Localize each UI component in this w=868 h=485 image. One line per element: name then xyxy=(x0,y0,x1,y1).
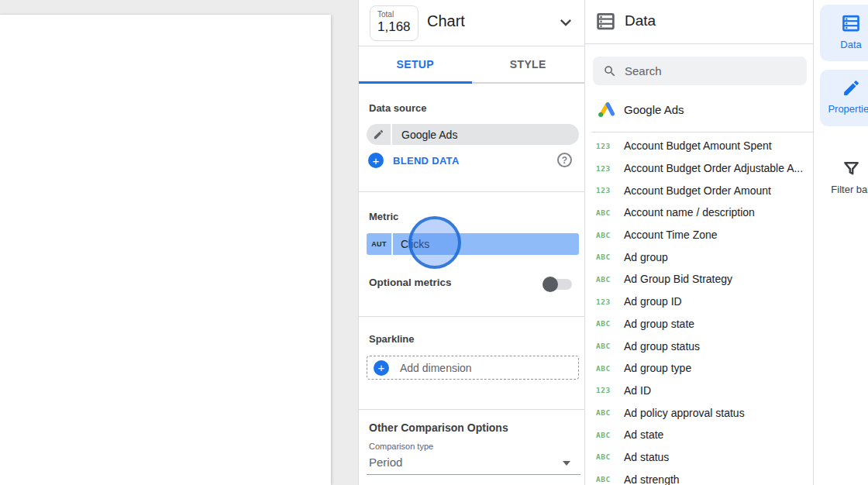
search-input[interactable] xyxy=(625,64,795,77)
looker-studio-editor: Total 1,168 Chart SETUP STYLE Data sourc… xyxy=(0,0,868,485)
data-panel-header: Data xyxy=(585,0,813,44)
blend-data-label: BLEND DATA xyxy=(393,155,460,167)
plus-icon: + xyxy=(368,153,384,168)
report-canvas[interactable] xyxy=(0,0,358,485)
field-row[interactable]: ABC Account name / description xyxy=(585,201,813,224)
sparkline-section-label: Sparkline xyxy=(369,333,415,345)
field-row[interactable]: ABC Ad policy approval status xyxy=(585,401,813,424)
field-name: Ad group ID xyxy=(624,295,682,308)
optional-metrics-toggle[interactable] xyxy=(542,277,574,292)
chart-selector-header[interactable]: Total 1,168 Chart xyxy=(359,0,584,46)
field-type-badge: 123 xyxy=(596,164,619,173)
table-rows-icon xyxy=(595,11,616,35)
active-tab-underline xyxy=(359,81,472,84)
data-source-name: Google Ads xyxy=(392,129,457,141)
field-row[interactable]: ABC Ad group xyxy=(585,246,813,268)
rail-properties-button[interactable]: Properties xyxy=(820,70,868,126)
add-dimension-dropzone[interactable]: + Add dimension xyxy=(367,356,579,380)
field-name: Ad policy approval status xyxy=(624,407,745,419)
field-row[interactable]: 123 Ad ID xyxy=(585,380,813,402)
chart-type-title: Chart xyxy=(427,12,465,30)
field-row[interactable]: ABC Ad group type xyxy=(585,357,813,380)
field-row[interactable]: ABC Ad Group Bid Strategy xyxy=(585,268,813,291)
field-name: Ad group state xyxy=(624,318,694,330)
rail-filter-bar-button[interactable]: Filter bar xyxy=(820,150,868,207)
total-label: Total xyxy=(377,10,418,19)
field-type-badge: ABC xyxy=(596,364,619,373)
field-name: Ad status xyxy=(624,451,669,463)
chevron-down-icon[interactable] xyxy=(555,12,577,33)
field-type-badge: 123 xyxy=(596,298,619,306)
field-row[interactable]: ABC Ad group status xyxy=(585,335,813,357)
field-type-badge: ABC xyxy=(596,408,619,417)
field-row[interactable]: ABC Ad strength xyxy=(585,468,813,485)
add-dimension-label: Add dimension xyxy=(400,362,472,374)
field-type-badge: ABC xyxy=(596,275,619,284)
data-panel-title: Data xyxy=(625,12,656,29)
comparison-type-select[interactable]: Period xyxy=(369,456,577,473)
tab-setup[interactable]: SETUP xyxy=(359,46,472,82)
field-name: Ad group type xyxy=(624,362,691,374)
chart-properties-panel: Total 1,168 Chart SETUP STYLE Data sourc… xyxy=(358,0,585,485)
list-divider xyxy=(591,132,814,132)
field-name: Ad Group Bid Strategy xyxy=(624,273,732,285)
field-type-badge: ABC xyxy=(596,231,619,239)
field-name: Ad group status xyxy=(624,340,700,353)
field-row[interactable]: ABC Ad state xyxy=(585,424,813,446)
help-icon[interactable]: ? xyxy=(557,153,572,167)
metric-section-label: Metric xyxy=(369,211,398,222)
dropdown-arrow-icon xyxy=(563,461,570,466)
field-type-badge: 123 xyxy=(596,142,619,150)
data-source-chip[interactable]: Google Ads xyxy=(367,124,579,145)
field-type-badge: ABC xyxy=(596,475,619,483)
field-row[interactable]: 123 Account Budget Order Adjustable A... xyxy=(585,157,813,180)
field-list: 123 Account Budget Amount Spent 123 Acco… xyxy=(585,135,813,485)
section-divider xyxy=(359,191,584,192)
tab-style[interactable]: STYLE xyxy=(472,46,585,82)
section-divider xyxy=(359,316,584,317)
field-row[interactable]: 123 Ad group ID xyxy=(585,291,813,313)
toggle-knob xyxy=(542,277,558,292)
plus-icon: + xyxy=(374,360,389,376)
rail-data-label: Data xyxy=(820,39,868,50)
blend-data-button[interactable]: + BLEND DATA ? xyxy=(368,152,577,169)
pencil-icon xyxy=(842,78,861,101)
field-type-badge: ABC xyxy=(596,342,619,350)
field-row[interactable]: ABC Ad status xyxy=(585,446,813,469)
metric-chip-clicks[interactable]: AUT Clicks xyxy=(367,233,579,255)
field-type-badge: ABC xyxy=(596,319,619,328)
data-source-section-label: Data source xyxy=(369,102,426,114)
field-name: Account name / description xyxy=(624,206,755,218)
field-type-badge: 123 xyxy=(596,386,619,394)
data-fields-panel: Data Google Ads 123 Account Budget Amoun… xyxy=(585,0,814,485)
section-divider xyxy=(359,409,584,410)
field-row[interactable]: 123 Account Budget Order Amount xyxy=(585,179,813,201)
optional-metrics-row: Optional metrics xyxy=(369,275,577,292)
rail-properties-label: Properties xyxy=(820,103,868,115)
field-row[interactable]: 123 Account Budget Amount Spent xyxy=(585,135,813,157)
metric-name: Clicks xyxy=(393,238,429,250)
field-name: Ad state xyxy=(624,428,663,441)
total-value: 1,168 xyxy=(377,19,418,35)
field-name: Account Budget Amount Spent xyxy=(624,139,772,152)
comparison-section-label: Other Comparison Options xyxy=(369,421,508,434)
metric-aggregation-badge[interactable]: AUT xyxy=(367,233,391,255)
optional-metrics-label: Optional metrics xyxy=(369,277,452,288)
pencil-icon[interactable] xyxy=(367,124,391,145)
field-name: Ad strength xyxy=(624,473,680,485)
right-rail: Data Properties Filter bar xyxy=(815,0,868,485)
report-page[interactable] xyxy=(0,15,331,485)
field-row[interactable]: ABC Account Time Zone xyxy=(585,224,813,246)
rail-data-button[interactable]: Data xyxy=(820,5,868,61)
field-name: Account Budget Order Adjustable A... xyxy=(624,162,803,174)
field-name: Ad group xyxy=(624,251,668,263)
chart-preview-total-card: Total 1,168 xyxy=(370,5,418,41)
field-type-badge: ABC xyxy=(596,452,619,461)
field-type-badge: ABC xyxy=(596,431,619,439)
field-row[interactable]: ABC Ad group state xyxy=(585,313,813,335)
data-source-name: Google Ads xyxy=(624,103,684,116)
field-name: Ad ID xyxy=(624,384,651,397)
field-type-badge: 123 xyxy=(596,186,619,194)
field-name: Account Time Zone xyxy=(624,229,718,241)
field-search-box[interactable] xyxy=(593,57,807,85)
